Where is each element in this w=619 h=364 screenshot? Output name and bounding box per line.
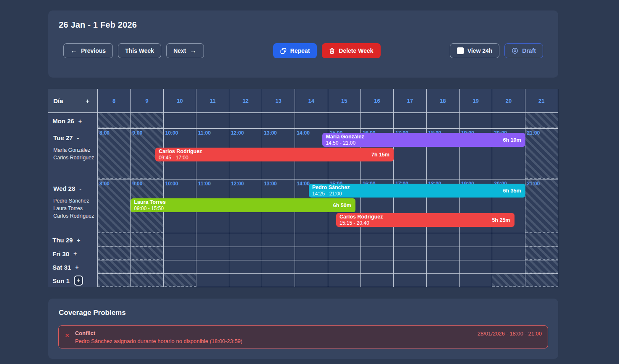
hour-cell[interactable] xyxy=(361,233,394,247)
hour-label: 14:00 xyxy=(297,181,310,187)
staff-name: Pedro Sánchez xyxy=(53,198,95,204)
hour-cell[interactable] xyxy=(328,260,361,273)
hour-cell[interactable] xyxy=(394,247,426,260)
staff-name: María González xyxy=(53,147,95,153)
hour-cell[interactable] xyxy=(394,113,426,128)
staff-list: Pedro SánchezLaura TorresCarlos Rodrígue… xyxy=(53,198,97,219)
hour-cell[interactable] xyxy=(164,247,196,260)
hour-cell[interactable] xyxy=(427,247,460,260)
previous-label: Previous xyxy=(81,47,106,54)
day-label: Fri 30 xyxy=(52,250,69,257)
next-button[interactable]: Next → xyxy=(166,43,204,58)
draft-button[interactable]: Draft xyxy=(504,43,543,58)
hour-cell[interactable] xyxy=(229,233,262,247)
day-toggle-button[interactable]: + xyxy=(73,251,77,257)
hour-cell[interactable] xyxy=(460,113,492,128)
hour-header-cell: 11 xyxy=(196,89,229,112)
hour-cell[interactable] xyxy=(361,113,394,128)
hour-cell[interactable] xyxy=(229,260,262,273)
hour-cell[interactable] xyxy=(394,233,426,247)
hour-cell[interactable] xyxy=(229,113,262,128)
day-label: Thu 29 xyxy=(52,237,73,244)
add-day-button[interactable]: + xyxy=(86,97,89,104)
hour-cell[interactable] xyxy=(328,274,361,287)
day-toggle-button[interactable]: + xyxy=(77,237,80,243)
hour-cell[interactable] xyxy=(262,113,295,128)
hour-cell[interactable] xyxy=(492,233,525,247)
shift-bar[interactable]: Laura Torres09:00 - 15:506h 50m xyxy=(131,198,355,212)
hour-cell[interactable] xyxy=(262,260,295,273)
hour-cell[interactable] xyxy=(460,247,492,260)
hour-header-cell: 16 xyxy=(361,89,394,112)
hour-cell[interactable] xyxy=(460,233,492,247)
problem-description: Pedro Sánchez asignado durante horario n… xyxy=(75,338,472,344)
hour-cell[interactable] xyxy=(427,233,460,247)
hour-cell[interactable] xyxy=(460,274,492,287)
hour-cell[interactable] xyxy=(164,260,196,273)
hour-cell[interactable] xyxy=(196,247,229,260)
hour-cell[interactable] xyxy=(295,113,328,128)
hour-cell[interactable] xyxy=(492,260,525,273)
hour-cell[interactable] xyxy=(229,274,262,287)
hour-cell[interactable] xyxy=(361,274,394,287)
hour-cell[interactable] xyxy=(229,247,262,260)
hour-cell[interactable] xyxy=(361,260,394,273)
hour-cell[interactable] xyxy=(196,233,229,247)
shift-employee-name: Carlos Rodríguez xyxy=(159,148,202,155)
hour-cell[interactable] xyxy=(492,113,525,128)
view-24h-button[interactable]: View 24h xyxy=(450,43,500,58)
shift-bar[interactable]: María González14:50 - 21:006h 10m xyxy=(322,133,525,147)
hour-cell[interactable] xyxy=(196,260,229,273)
hour-cell[interactable] xyxy=(295,233,328,247)
shift-bar[interactable]: Carlos Rodríguez09:45 - 17:007h 15m xyxy=(155,148,394,161)
unavailable-hatch xyxy=(525,233,558,247)
hour-cell[interactable] xyxy=(328,233,361,247)
hour-cell[interactable] xyxy=(492,247,525,260)
this-week-button[interactable]: This Week xyxy=(118,43,161,58)
hour-cell[interactable] xyxy=(262,274,295,287)
hour-cell[interactable] xyxy=(196,274,229,287)
hour-cell[interactable] xyxy=(427,113,460,128)
shift-duration: 5h 25m xyxy=(488,217,510,223)
hour-cell[interactable] xyxy=(196,113,229,128)
previous-button[interactable]: ← Previous xyxy=(63,43,113,58)
day-toggle-button[interactable]: - xyxy=(77,135,79,141)
shift-bar[interactable]: Carlos Rodríguez15:15 - 20:405h 25m xyxy=(336,213,514,227)
hour-cell[interactable] xyxy=(262,247,295,260)
shift-info: Carlos Rodríguez15:15 - 20:40 xyxy=(340,214,383,226)
hour-cell[interactable] xyxy=(394,260,426,273)
hour-label: 13:00 xyxy=(264,181,277,187)
hour-label: 9:00 xyxy=(132,181,142,187)
day-label: Sat 31 xyxy=(52,264,71,271)
day-label: Tue 27 xyxy=(53,134,73,141)
hour-cell[interactable] xyxy=(427,274,460,287)
eye-icon xyxy=(512,47,518,54)
day-toggle-button[interactable]: - xyxy=(79,186,81,192)
hour-cell[interactable] xyxy=(164,233,196,247)
hour-cell[interactable] xyxy=(164,113,196,128)
hour-cell[interactable] xyxy=(295,260,328,273)
day-label: Mon 26 xyxy=(52,117,74,125)
hour-cell[interactable] xyxy=(295,247,328,260)
day-toggle-button[interactable]: + xyxy=(75,264,78,270)
hour-label: 8:00 xyxy=(99,181,110,187)
day-toggle-button[interactable]: + xyxy=(78,118,82,124)
shift-bar[interactable]: Pedro Sánchez14:25 - 21:006h 35m xyxy=(309,184,525,198)
hour-cell[interactable] xyxy=(295,274,328,287)
hour-cell[interactable] xyxy=(361,247,394,260)
hour-cell[interactable] xyxy=(328,113,361,128)
repeat-button[interactable]: Repeat xyxy=(273,43,317,58)
hour-cell[interactable] xyxy=(262,233,295,247)
delete-week-button[interactable]: Delete Week xyxy=(322,43,380,58)
hour-cell[interactable] xyxy=(394,274,426,287)
hour-cell[interactable] xyxy=(328,247,361,260)
checkbox-icon xyxy=(457,47,464,54)
day-toggle-button[interactable]: + xyxy=(74,276,83,286)
hour-cell[interactable] xyxy=(460,260,492,273)
arrow-left-icon: ← xyxy=(71,47,77,54)
day-label-cell: Fri 30+ xyxy=(48,247,98,260)
unavailable-hatch xyxy=(525,179,558,233)
week-actions-group: Repeat Delete Week xyxy=(273,43,381,58)
day-timeline xyxy=(98,233,558,247)
hour-cell[interactable] xyxy=(427,260,460,273)
